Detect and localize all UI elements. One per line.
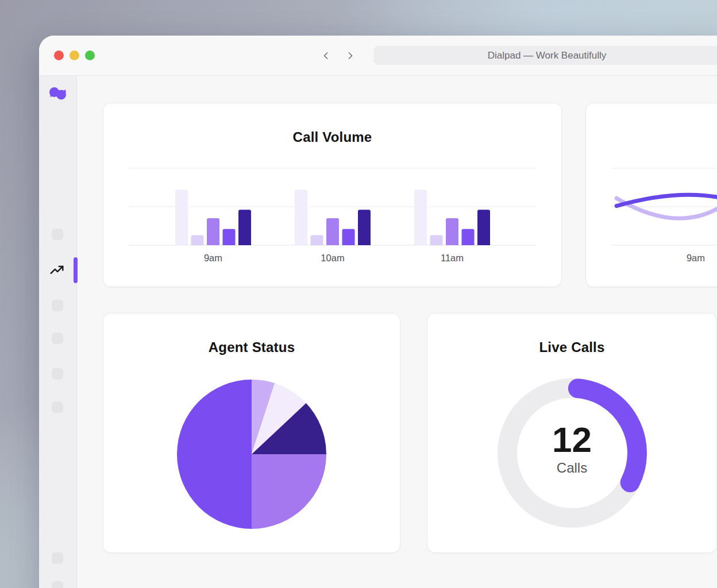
card-live-calls: Live Calls 12 Calls [427, 313, 717, 553]
sidebar-item-placeholder-5[interactable] [52, 401, 63, 413]
call-volume-bar-chart: 9am10am11am [103, 103, 560, 285]
minimize-window-button[interactable] [70, 51, 79, 60]
browser-titlebar: Dialpad — Work Beautifully [39, 36, 717, 76]
browser-nav [319, 49, 357, 62]
agent-status-pie-chart [103, 314, 399, 551]
trend-line-chart: 9am [586, 103, 717, 285]
sidebar-item-placeholder-6[interactable] [52, 552, 63, 564]
live-calls-unit-label: Calls [427, 460, 716, 476]
sidebar-item-analytics[interactable] [49, 263, 64, 278]
browser-window: Dialpad — Work Beautifully [39, 36, 717, 588]
sidebar-item-placeholder-7[interactable] [52, 581, 63, 588]
svg-text:9am: 9am [687, 253, 705, 263]
card-call-volume: Call Volume 9am10am11am [103, 103, 562, 287]
svg-text:11am: 11am [441, 253, 464, 263]
close-window-button[interactable] [54, 51, 64, 60]
back-button[interactable] [319, 49, 332, 62]
chevron-right-icon [345, 50, 356, 61]
address-bar-title: Dialpad — Work Beautifully [488, 50, 607, 61]
sidebar [39, 76, 77, 588]
window-body: Call Volume 9am10am11am 9am Agent Status… [39, 76, 717, 588]
forward-button[interactable] [344, 49, 357, 62]
chevron-left-icon [320, 50, 331, 61]
sidebar-item-placeholder-4[interactable] [52, 368, 63, 380]
sidebar-item-placeholder-2[interactable] [52, 300, 63, 311]
address-bar[interactable]: Dialpad — Work Beautifully [373, 46, 717, 65]
sidebar-item-placeholder-1[interactable] [52, 229, 63, 240]
card-trend-line: 9am [585, 103, 717, 287]
dialpad-logo-icon[interactable] [48, 86, 68, 106]
active-item-indicator [74, 257, 78, 283]
desktop-background: Dialpad — Work Beautifully [0, 0, 717, 588]
svg-text:9am: 9am [204, 253, 222, 263]
zoom-window-button[interactable] [85, 51, 95, 60]
svg-text:10am: 10am [321, 253, 344, 263]
live-calls-count: 12 [427, 421, 716, 458]
card-agent-status: Agent Status [103, 313, 400, 553]
sidebar-item-placeholder-3[interactable] [52, 332, 63, 344]
dashboard-content: Call Volume 9am10am11am 9am Agent Status… [77, 76, 717, 588]
trending-up-icon [49, 263, 64, 278]
